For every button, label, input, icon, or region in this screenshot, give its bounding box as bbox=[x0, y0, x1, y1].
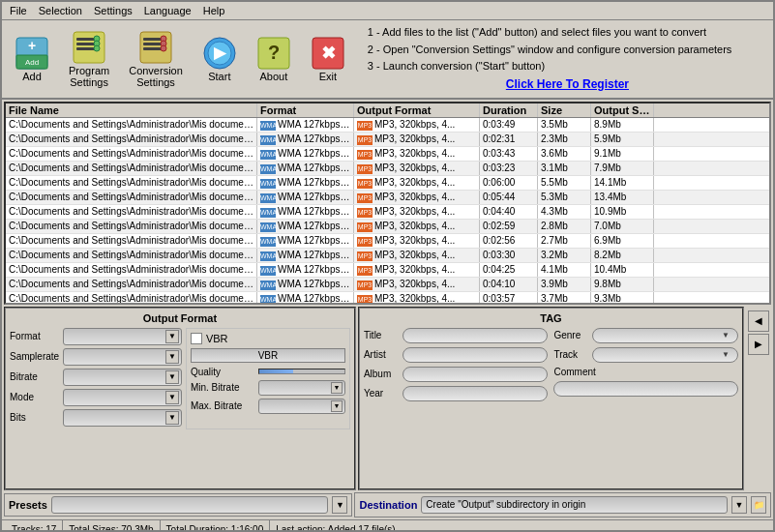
cell-filename: C:\Documents and Settings\Administrador\… bbox=[6, 118, 257, 132]
menu-file[interactable]: File bbox=[6, 4, 31, 17]
bits-control[interactable]: ▼ bbox=[63, 409, 182, 427]
mode-control[interactable]: ▼ bbox=[63, 389, 182, 406]
cell-duration: 0:03:30 bbox=[480, 249, 538, 262]
quality-slider[interactable] bbox=[258, 369, 345, 374]
cell-out-size: 7.9Mb bbox=[591, 162, 654, 175]
table-row[interactable]: C:\Documents and Settings\Administrador\… bbox=[6, 234, 769, 249]
cell-output: MP3MP3, 320kbps, 4... bbox=[354, 205, 480, 219]
program-settings-button[interactable]: Program Settings bbox=[62, 27, 116, 91]
presets-input[interactable] bbox=[51, 496, 329, 514]
side-btn-2[interactable]: ▶ bbox=[748, 334, 769, 355]
min-bitrate-arrow[interactable]: ▼ bbox=[331, 382, 343, 394]
cell-format: WMAWMA 127kbps, 4... bbox=[257, 205, 354, 219]
svg-point-10 bbox=[94, 45, 100, 51]
samplerate-control[interactable]: ▼ bbox=[63, 348, 182, 366]
presets-dropdown-arrow[interactable]: ▼ bbox=[332, 496, 347, 514]
max-bitrate-control[interactable]: ▼ bbox=[258, 399, 345, 414]
destination-folder-btn[interactable]: 📁 bbox=[751, 496, 766, 514]
cell-output: MP3MP3, 320kbps, 4... bbox=[354, 147, 480, 161]
destination-input[interactable]: Create "Output" subdirectory in origin bbox=[421, 496, 728, 514]
comment-row: Comment bbox=[553, 367, 738, 377]
table-row[interactable]: C:\Documents and Settings\Administrador\… bbox=[6, 133, 769, 147]
svg-text:+: + bbox=[28, 38, 36, 53]
format-arrow[interactable]: ▼ bbox=[165, 330, 179, 343]
mode-row: Mode ▼ bbox=[10, 389, 182, 406]
register-link[interactable]: Click Here To Register bbox=[368, 75, 767, 94]
cell-size: 3.6Mb bbox=[538, 147, 591, 161]
cell-out-size: 14.1Mb bbox=[591, 176, 654, 190]
conversion-settings-button[interactable]: Conversion Settings bbox=[122, 27, 190, 91]
start-button[interactable]: ▶ Start bbox=[195, 33, 244, 85]
cell-output: MP3MP3, 320kbps, 4... bbox=[354, 162, 480, 175]
cell-filename: C:\Documents and Settings\Administrador\… bbox=[6, 292, 257, 305]
artist-input[interactable] bbox=[402, 347, 549, 363]
destination-label: Destination bbox=[359, 499, 417, 511]
cell-format: WMAWMA 127kbps, 4... bbox=[257, 220, 354, 233]
menu-selection[interactable]: Selection bbox=[35, 4, 86, 17]
cell-size: 4.1Mb bbox=[538, 263, 591, 277]
table-row[interactable]: C:\Documents and Settings\Administrador\… bbox=[6, 220, 769, 234]
bits-arrow[interactable]: ▼ bbox=[165, 411, 179, 425]
col-output-size: Output Size bbox=[591, 103, 654, 117]
track-input[interactable]: ▼ bbox=[592, 347, 738, 363]
quality-label: Quality bbox=[191, 367, 258, 377]
table-row[interactable]: C:\Documents and Settings\Administrador\… bbox=[6, 176, 769, 191]
cell-size: 3.7Mb bbox=[538, 292, 591, 305]
tag-left-fields: Title Artist Album Year bbox=[364, 328, 549, 405]
svg-text:?: ? bbox=[268, 42, 280, 63]
table-row[interactable]: C:\Documents and Settings\Administrador\… bbox=[6, 147, 769, 162]
cell-size: 5.3Mb bbox=[538, 191, 591, 204]
genre-input[interactable]: ▼ bbox=[592, 328, 738, 343]
table-row[interactable]: C:\Documents and Settings\Administrador\… bbox=[6, 118, 769, 133]
cell-format: WMAWMA 127kbps, 4... bbox=[257, 147, 354, 161]
comment-input-row bbox=[553, 381, 738, 397]
cell-size: 2.8Mb bbox=[538, 220, 591, 233]
table-row[interactable]: C:\Documents and Settings\Administrador\… bbox=[6, 205, 769, 220]
add-button[interactable]: + Add Add bbox=[8, 33, 56, 85]
col-duration: Duration bbox=[480, 103, 538, 117]
comment-input[interactable] bbox=[553, 381, 738, 397]
svg-point-17 bbox=[161, 45, 166, 51]
year-input[interactable] bbox=[402, 386, 549, 401]
cell-duration: 0:02:31 bbox=[480, 133, 538, 146]
info-line-1: 1 - Add files to the list ("Add" button)… bbox=[368, 24, 767, 42]
table-row[interactable]: C:\Documents and Settings\Administrador\… bbox=[6, 162, 769, 176]
artist-row: Artist bbox=[364, 347, 549, 363]
format-control[interactable]: ▼ bbox=[63, 328, 182, 345]
program-settings-icon bbox=[72, 30, 106, 65]
menu-help[interactable]: Help bbox=[199, 4, 229, 17]
album-input[interactable] bbox=[402, 367, 549, 382]
cell-duration: 0:04:25 bbox=[480, 263, 538, 277]
table-row[interactable]: C:\Documents and Settings\Administrador\… bbox=[6, 263, 769, 278]
title-input[interactable] bbox=[402, 328, 549, 343]
side-buttons: ◀ ▶ bbox=[746, 307, 771, 490]
cell-format: WMAWMA 127kbps, 4... bbox=[257, 191, 354, 204]
svg-text:▶: ▶ bbox=[214, 44, 227, 61]
total-duration-text: Total Duration: 1:16:00 bbox=[166, 524, 264, 532]
table-row[interactable]: C:\Documents and Settings\Administrador\… bbox=[6, 278, 769, 292]
file-list-container: File Name Format Output Format Duration … bbox=[4, 102, 771, 305]
exit-button[interactable]: ✖ Exit bbox=[304, 33, 352, 85]
bitrate-control[interactable]: ▼ bbox=[63, 369, 182, 386]
menu-settings[interactable]: Settings bbox=[90, 4, 136, 17]
about-button[interactable]: ? About bbox=[250, 33, 298, 85]
cell-filename: C:\Documents and Settings\Administrador\… bbox=[6, 278, 257, 291]
side-btn-1[interactable]: ◀ bbox=[748, 310, 769, 332]
table-row[interactable]: C:\Documents and Settings\Administrador\… bbox=[6, 191, 769, 205]
menu-language[interactable]: Language bbox=[140, 4, 195, 17]
cell-filename: C:\Documents and Settings\Administrador\… bbox=[6, 176, 257, 190]
cell-size: 2.7Mb bbox=[538, 234, 591, 248]
cell-output: MP3MP3, 320kbps, 4... bbox=[354, 191, 480, 204]
cell-out-size: 13.4Mb bbox=[591, 191, 654, 204]
max-bitrate-arrow[interactable]: ▼ bbox=[331, 400, 343, 412]
svg-text:✖: ✖ bbox=[320, 44, 335, 63]
mode-arrow[interactable]: ▼ bbox=[165, 391, 179, 404]
table-row[interactable]: C:\Documents and Settings\Administrador\… bbox=[6, 292, 769, 305]
destination-dropdown-arrow[interactable]: ▼ bbox=[731, 496, 747, 514]
table-row[interactable]: C:\Documents and Settings\Administrador\… bbox=[6, 249, 769, 263]
vbr-checkbox[interactable] bbox=[191, 333, 202, 344]
bitrate-arrow[interactable]: ▼ bbox=[165, 370, 179, 384]
cell-duration: 0:06:00 bbox=[480, 176, 538, 190]
min-bitrate-control[interactable]: ▼ bbox=[258, 380, 345, 396]
samplerate-arrow[interactable]: ▼ bbox=[165, 350, 179, 364]
